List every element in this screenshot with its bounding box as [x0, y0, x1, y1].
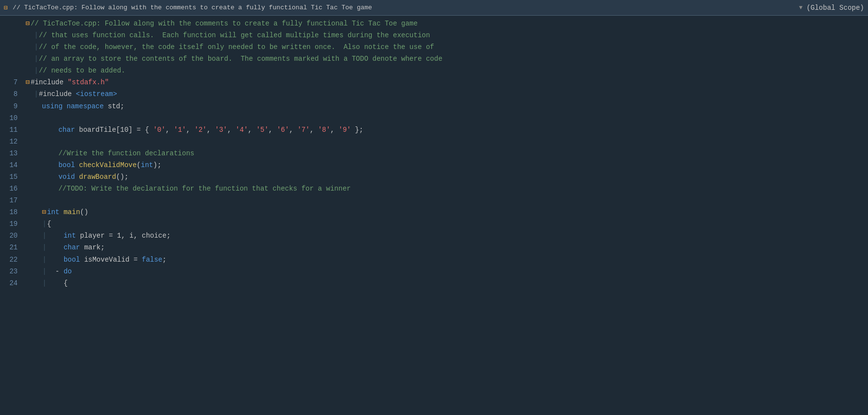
line-num-12: 12	[2, 136, 18, 147]
line-num-17: 17	[2, 195, 18, 206]
line-num-8: 8	[2, 88, 18, 100]
code-line-11: char boardTile[10] = { '0', '1', '2', '3…	[25, 124, 868, 136]
code-line-16: //TODO: Write the declaration for the fu…	[25, 183, 868, 195]
line-num-7: 7	[2, 76, 18, 88]
code-line-18: ⊟int main()	[25, 206, 868, 218]
code-line-10	[25, 112, 868, 124]
line-num-16: 16	[2, 183, 18, 195]
code-line-comment4: |// an array to store the contents of th…	[25, 53, 868, 65]
line-num-14: 14	[2, 159, 18, 171]
line-num-13: 13	[2, 147, 18, 159]
code-line-comment3: |// of the code, however, the code itsel…	[25, 41, 868, 53]
line-numbers: 7 8 9 10 11 12 13 14 15 16 17 18 19 20 2…	[0, 16, 22, 415]
line-num-blank4	[2, 53, 18, 65]
title-bar-right: ▼ (Global Scope)	[799, 4, 864, 12]
editor-container: ⊟ // TicTacToe.cpp: Follow along with th…	[0, 0, 868, 415]
line-num-10: 10	[2, 112, 18, 124]
line-num-20: 20	[2, 230, 18, 242]
dropdown-arrow-icon[interactable]: ▼	[799, 4, 802, 11]
line-num-22: 22	[2, 254, 18, 266]
title-filename: // TicTacToe.cpp: Follow along with the …	[13, 4, 372, 11]
code-line-24: | {	[25, 277, 868, 289]
title-bar: ⊟ // TicTacToe.cpp: Follow along with th…	[0, 0, 868, 16]
line-num-18: 18	[2, 206, 18, 218]
code-line-13: //Write the function declarations	[25, 147, 868, 159]
code-line-17	[25, 195, 868, 206]
code-line-19: |{	[25, 218, 868, 230]
line-num-15: 15	[2, 171, 18, 183]
line-num-24: 24	[2, 277, 18, 289]
scope-label: (Global Scope)	[806, 4, 864, 12]
code-line-comment5: |// needs to be added.	[25, 65, 868, 76]
code-line-12	[25, 136, 868, 147]
code-line-20: | int player = 1, i, choice;	[25, 230, 868, 242]
line-num-blank3	[2, 41, 18, 53]
collapse-icon[interactable]: ⊟	[4, 4, 8, 12]
code-line-9: using namespace std;	[25, 100, 868, 112]
code-line-14: bool checkValidMove(int);	[25, 159, 868, 171]
line-num-19: 19	[2, 218, 18, 230]
code-line-7: ⊟#include "stdafx.h"	[25, 76, 868, 88]
line-num-blank5	[2, 65, 18, 76]
line-num-23: 23	[2, 266, 18, 277]
code-line-8: |#include <iostream>	[25, 88, 868, 100]
code-line-22: | bool isMoveValid = false;	[25, 254, 868, 266]
code-line-comment1: ⊟// TicTacToe.cpp: Follow along with the…	[25, 18, 868, 29]
code-content[interactable]: ⊟// TicTacToe.cpp: Follow along with the…	[22, 16, 868, 415]
code-line-15: void drawBoard();	[25, 171, 868, 183]
line-num-9: 9	[2, 100, 18, 112]
code-line-21: | char mark;	[25, 242, 868, 253]
line-num-blank2	[2, 29, 18, 41]
title-bar-left: ⊟ // TicTacToe.cpp: Follow along with th…	[4, 4, 372, 12]
line-num-blank1	[2, 18, 18, 29]
code-area: 7 8 9 10 11 12 13 14 15 16 17 18 19 20 2…	[0, 16, 868, 415]
line-num-21: 21	[2, 242, 18, 253]
line-num-11: 11	[2, 124, 18, 136]
code-line-23: | - do	[25, 266, 868, 277]
code-line-comment2: |// that uses function calls. Each funct…	[25, 29, 868, 41]
